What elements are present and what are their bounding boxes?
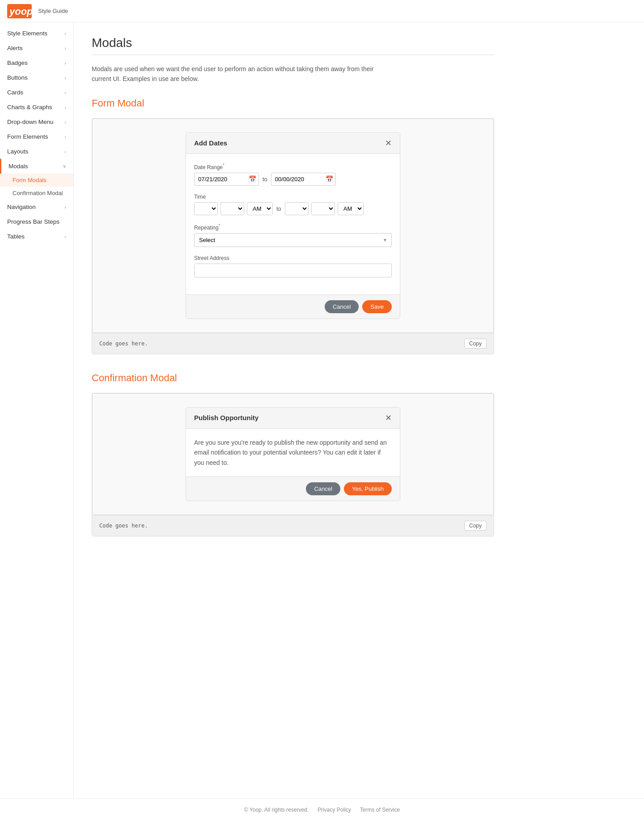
street-address-group: Street Address xyxy=(194,255,392,277)
time-to-label: to xyxy=(276,205,281,212)
sidebar-item-style-elements[interactable]: Style Elements › xyxy=(0,26,73,41)
confirmation-modal-cancel-button[interactable]: Cancel xyxy=(306,482,340,495)
sidebar-item-alerts[interactable]: Alerts › xyxy=(0,41,73,55)
sidebar-item-form-elements[interactable]: Form Elements › xyxy=(0,129,73,144)
confirmation-modal-section-title: Confirmation Modal xyxy=(92,372,494,384)
page-description: Modals are used when we want the end use… xyxy=(92,64,382,84)
repeating-select[interactable]: Select Daily Weekly Monthly xyxy=(194,233,392,247)
confirmation-modal-text: Are you sure you're ready to publish the… xyxy=(194,438,392,468)
footer-terms-link[interactable]: Terms of Service xyxy=(360,807,400,813)
sidebar-item-cards[interactable]: Cards › xyxy=(0,85,73,100)
repeating-select-wrapper: Select Daily Weekly Monthly xyxy=(194,233,392,247)
chevron-right-icon: › xyxy=(64,46,66,51)
date-range-group: Date Range* 📅 to 📅 xyxy=(194,163,392,186)
date-end-input[interactable] xyxy=(271,173,336,186)
confirmation-modal-title: Publish Opportunity xyxy=(194,414,258,421)
sidebar: Style Elements › Alerts › Badges › Butto… xyxy=(0,22,74,798)
footer-copyright: © Yoop. All rights reserved. xyxy=(244,807,309,813)
sidebar-item-badges[interactable]: Badges › xyxy=(0,55,73,70)
svg-text:yoop: yoop xyxy=(9,6,32,17)
time-group: Time 1234 5678 9101112 0 xyxy=(194,194,392,215)
form-modal-demo: Add Dates ✕ Date Range* xyxy=(92,119,494,333)
footer-privacy-link[interactable]: Privacy Policy xyxy=(318,807,351,813)
form-modal-header: Add Dates ✕ xyxy=(186,133,400,154)
date-to-label: to xyxy=(263,176,267,183)
form-modal-body: Date Range* 📅 to 📅 xyxy=(186,154,400,294)
street-address-label: Street Address xyxy=(194,255,392,261)
chevron-right-icon: › xyxy=(64,105,66,110)
logo-container: yoop Style Guide xyxy=(7,4,68,18)
sidebar-item-tables[interactable]: Tables › xyxy=(0,229,73,244)
chevron-right-icon: › xyxy=(64,119,66,125)
form-modal-footer: Cancel Save xyxy=(186,294,400,319)
sidebar-item-progress-bar-steps[interactable]: Progress Bar Steps xyxy=(0,214,73,229)
confirmation-modal-body: Are you sure you're ready to publish the… xyxy=(186,429,400,476)
chevron-right-icon: › xyxy=(64,149,66,154)
chevron-right-icon: › xyxy=(64,75,66,81)
confirmation-modal-card: Publish Opportunity ✕ Are you sure you'r… xyxy=(186,407,400,501)
chevron-right-icon: › xyxy=(64,234,66,239)
date-range-row: 📅 to 📅 xyxy=(194,173,392,186)
time-ampm-start[interactable]: AMPM xyxy=(247,202,273,215)
form-modal-save-button[interactable]: Save xyxy=(362,300,392,313)
time-hour-start[interactable]: 1234 5678 9101112 xyxy=(194,202,218,215)
confirmation-modal-copy-button[interactable]: Copy xyxy=(464,521,487,531)
main-content: Modals Modals are used when we want the … xyxy=(74,22,512,798)
sidebar-item-navigation[interactable]: Navigation › xyxy=(0,200,73,214)
confirmation-modal-header: Publish Opportunity ✕ xyxy=(186,408,400,429)
date-range-label: Date Range* xyxy=(194,163,392,170)
date-start-wrapper: 📅 xyxy=(194,173,259,186)
form-modal-code-text: Code goes here. xyxy=(99,340,148,347)
time-ampm-end[interactable]: AMPM xyxy=(338,202,364,215)
page-title: Modals xyxy=(92,36,494,50)
chevron-down-icon: ∨ xyxy=(63,163,66,169)
sidebar-item-dropdown-menu[interactable]: Drop-down Menu › xyxy=(0,115,73,129)
repeating-group: Repeating* Select Daily Weekly Monthly xyxy=(194,223,392,247)
sidebar-subitem-form-modals[interactable]: Form Modals xyxy=(0,174,73,187)
form-modal-section-title: Form Modal xyxy=(92,98,494,109)
sidebar-item-buttons[interactable]: Buttons › xyxy=(0,70,73,85)
confirmation-modal-demo: Publish Opportunity ✕ Are you sure you'r… xyxy=(92,393,494,515)
form-modal-section-block: Add Dates ✕ Date Range* xyxy=(92,118,494,354)
confirmation-modal-footer: Cancel Yes, Publish xyxy=(186,476,400,501)
time-minute-start[interactable]: 00153045 xyxy=(220,202,244,215)
form-modal-close-button[interactable]: ✕ xyxy=(385,139,392,147)
street-address-input[interactable] xyxy=(194,264,392,277)
chevron-right-icon: › xyxy=(64,31,66,36)
title-divider xyxy=(92,55,494,55)
confirmation-modal-code-text: Code goes here. xyxy=(99,523,148,529)
confirmation-modal-code-block: Code goes here. Copy xyxy=(92,515,494,536)
chevron-right-icon: › xyxy=(64,60,66,66)
yoop-logo: yoop xyxy=(7,4,32,18)
date-start-input[interactable] xyxy=(194,173,259,186)
confirmation-modal-section-block: Publish Opportunity ✕ Are you sure you'r… xyxy=(92,393,494,536)
footer: © Yoop. All rights reserved. Privacy Pol… xyxy=(0,798,644,821)
time-row: 1234 5678 9101112 00153045 AMPM xyxy=(194,202,392,215)
sidebar-item-layouts[interactable]: Layouts › xyxy=(0,144,73,159)
confirmation-modal-close-button[interactable]: ✕ xyxy=(385,414,392,422)
chevron-right-icon: › xyxy=(64,90,66,95)
header-subtitle: Style Guide xyxy=(38,8,68,14)
time-minute-end[interactable]: 00153045 xyxy=(311,202,335,215)
chevron-right-icon: › xyxy=(64,134,66,140)
layout: Style Elements › Alerts › Badges › Butto… xyxy=(0,22,644,798)
repeating-label: Repeating* xyxy=(194,223,392,231)
form-modal-card: Add Dates ✕ Date Range* xyxy=(186,132,400,319)
header: yoop Style Guide xyxy=(0,0,644,22)
date-end-wrapper: 📅 xyxy=(271,173,336,186)
time-hour-end[interactable]: 1234 5678 9101112 xyxy=(285,202,309,215)
form-modal-cancel-button[interactable]: Cancel xyxy=(325,300,359,313)
time-label: Time xyxy=(194,194,392,200)
chevron-right-icon: › xyxy=(64,204,66,210)
sidebar-subitem-confirmation-modal[interactable]: Confirmation Modal xyxy=(0,187,73,200)
form-modal-copy-button[interactable]: Copy xyxy=(464,339,487,349)
confirmation-modal-confirm-button[interactable]: Yes, Publish xyxy=(344,482,392,495)
sidebar-item-modals[interactable]: Modals ∨ xyxy=(0,159,73,174)
sidebar-item-charts-graphs[interactable]: Charts & Graphs › xyxy=(0,100,73,115)
form-modal-title: Add Dates xyxy=(194,139,227,147)
form-modal-code-block: Code goes here. Copy xyxy=(92,333,494,354)
sidebar-submenu-modals: Form Modals Confirmation Modal xyxy=(0,174,73,200)
